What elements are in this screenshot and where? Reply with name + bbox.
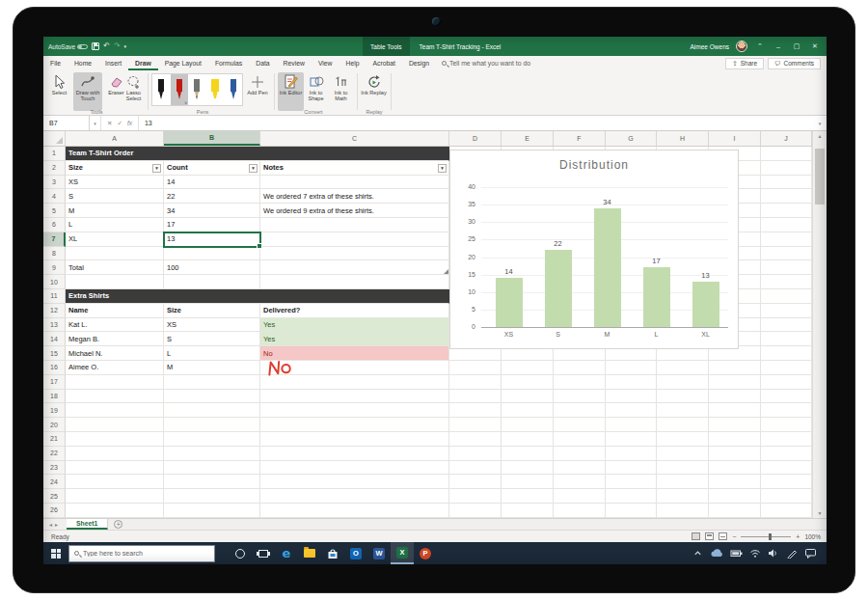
row-header-21[interactable]: 21 (43, 432, 66, 447)
cell-J26[interactable] (761, 504, 812, 518)
insert-function-icon[interactable]: fx (127, 120, 132, 126)
page-layout-view-icon[interactable] (705, 532, 714, 540)
word-button[interactable]: W (367, 542, 391, 564)
cell-B23[interactable] (164, 461, 260, 476)
cell-F23[interactable] (554, 461, 606, 476)
cell-J3[interactable] (761, 176, 812, 190)
cell-A18[interactable] (66, 390, 164, 404)
tab-insert[interactable]: Insert (98, 56, 128, 70)
cell-C20[interactable] (260, 418, 449, 432)
cell-H17[interactable] (657, 375, 709, 390)
minimize-button[interactable]: – (773, 43, 784, 50)
outlook-button[interactable]: O (344, 542, 367, 564)
cell-B25[interactable] (164, 489, 260, 504)
tab-formulas[interactable]: Formulas (208, 56, 249, 70)
cell-G20[interactable] (606, 418, 657, 432)
cell-B12[interactable]: Size (164, 304, 260, 318)
table-resize-handle[interactable] (444, 269, 448, 274)
column-header-c[interactable]: C (260, 131, 449, 146)
cell-J16[interactable] (761, 361, 812, 375)
chart-bar-l[interactable] (643, 267, 670, 327)
cell-A7[interactable]: XL (66, 232, 164, 247)
cell-J24[interactable] (761, 475, 812, 489)
lasso-select-button[interactable]: Lasso Select (121, 72, 147, 111)
cell-E23[interactable] (502, 461, 554, 476)
cell-C7[interactable] (260, 232, 449, 247)
cell-I18[interactable] (709, 390, 761, 404)
cell-G17[interactable] (606, 375, 657, 390)
cell-C10[interactable] (260, 275, 449, 289)
excel-button[interactable]: X (391, 542, 414, 564)
row-header-10[interactable]: 10 (43, 275, 66, 289)
cell-C2[interactable]: Notes▾ (260, 161, 449, 176)
zoom-slider[interactable] (741, 536, 791, 537)
cell-I24[interactable] (709, 475, 761, 489)
cell-A23[interactable] (66, 461, 164, 476)
cell-A8[interactable] (66, 247, 164, 261)
cell-F24[interactable] (554, 475, 606, 489)
ink-to-shape-button[interactable]: Ink to Shape (303, 72, 329, 111)
normal-view-icon[interactable] (692, 532, 700, 540)
cell-A4[interactable]: S (66, 189, 164, 204)
sheet-nav-arrows[interactable]: ◂▸ (43, 521, 67, 528)
cell-H25[interactable] (657, 489, 709, 504)
cell-F20[interactable] (554, 418, 606, 432)
tab-acrobat[interactable]: Acrobat (366, 56, 401, 70)
filter-dropdown-icon[interactable]: ▾ (438, 164, 447, 173)
cell-J5[interactable] (761, 204, 812, 218)
row-header-24[interactable]: 24 (43, 475, 66, 489)
row-header-7[interactable]: 7 (43, 232, 66, 247)
cell-J13[interactable] (761, 318, 812, 333)
tab-review[interactable]: Review (277, 56, 312, 70)
vertical-scroll-thumb[interactable] (815, 149, 825, 205)
row-header-1[interactable]: 1 (43, 147, 66, 161)
cell-J12[interactable] (761, 304, 812, 318)
confirm-entry-icon[interactable]: ✓ (117, 120, 122, 127)
file-explorer-button[interactable] (298, 542, 321, 564)
context-tab-table-tools[interactable]: Table Tools (363, 37, 409, 56)
ink-editor-button[interactable]: Ink Editor (278, 72, 304, 111)
cell-J8[interactable] (761, 247, 812, 261)
zoom-level[interactable]: 100% (804, 533, 821, 540)
cell-C12[interactable]: Delivered? (260, 304, 449, 318)
cell-I20[interactable] (709, 418, 761, 432)
edge-button[interactable]: e (275, 542, 298, 564)
cancel-entry-icon[interactable]: ✕ (107, 120, 112, 127)
cell-B3[interactable]: 14 (164, 176, 260, 190)
cell-J18[interactable] (761, 390, 812, 404)
avatar[interactable] (736, 41, 747, 52)
column-header-e[interactable]: E (502, 131, 554, 146)
tab-data[interactable]: Data (249, 56, 276, 70)
cell-J11[interactable] (761, 289, 812, 304)
cell-C19[interactable] (260, 403, 449, 418)
zoom-out-icon[interactable]: − (732, 533, 736, 540)
cell-C14[interactable]: Yes (260, 332, 449, 346)
ribbon-options-icon[interactable]: ⌃ (754, 42, 766, 50)
cell-C3[interactable] (260, 176, 449, 190)
new-sheet-icon[interactable]: + (114, 520, 122, 529)
page-break-view-icon[interactable] (719, 532, 727, 540)
cell-C22[interactable] (260, 447, 449, 461)
cell-A20[interactable] (66, 418, 164, 432)
cell-B21[interactable] (164, 432, 260, 447)
formula-bar-expand-icon[interactable]: ▾ (813, 121, 827, 126)
row-header-12[interactable]: 12 (43, 304, 66, 318)
cell-A3[interactable]: XS (66, 176, 164, 190)
cell-B26[interactable] (164, 504, 260, 518)
cell-F16[interactable] (554, 361, 606, 375)
cell-H19[interactable] (657, 403, 709, 418)
cell-J9[interactable] (761, 260, 812, 275)
cell-E17[interactable] (502, 375, 554, 390)
tell-me-box[interactable]: Tell me what you want to do (442, 60, 530, 67)
cell-G24[interactable] (606, 475, 657, 489)
cell-H20[interactable] (657, 418, 709, 432)
row-header-17[interactable]: 17 (43, 375, 66, 390)
pen-pencil[interactable] (188, 74, 206, 105)
cell-I21[interactable] (709, 432, 761, 447)
cell-A26[interactable] (66, 504, 164, 518)
tab-help[interactable]: Help (339, 56, 366, 70)
row-header-26[interactable]: 26 (43, 504, 66, 518)
autosave-toggle[interactable]: AutoSave (48, 43, 88, 50)
cell-C4[interactable]: We ordered 7 extra of these shirts. (260, 189, 449, 204)
cell-J23[interactable] (761, 461, 812, 476)
